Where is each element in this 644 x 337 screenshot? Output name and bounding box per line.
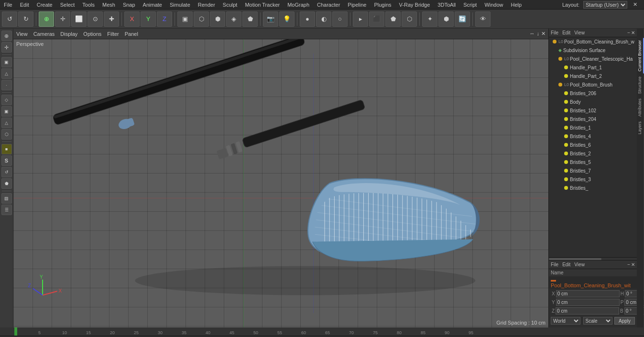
snap-btn3[interactable]: 🔄: [455, 11, 470, 27]
lt-icon3[interactable]: ▨: [1, 193, 12, 204]
tab-structure[interactable]: Structure: [636, 75, 644, 96]
tree-item-0[interactable]: L0 Pool_Bottom_Cleaning_Brush_w: [549, 37, 637, 46]
tree-item-5[interactable]: L0 Pool_Bottom_Brush: [549, 80, 637, 89]
deformer-button[interactable]: ◈: [226, 11, 241, 27]
tab-current-browser[interactable]: Current Browser: [636, 38, 644, 74]
lt-loop[interactable]: △: [1, 118, 12, 128]
scene-close-icon[interactable]: ✕: [631, 30, 635, 35]
vp-menu-cameras[interactable]: Cameras: [33, 31, 55, 37]
coord-z-input[interactable]: [556, 307, 619, 315]
tree-item-7[interactable]: Body: [549, 98, 637, 106]
transform-button[interactable]: ✚: [104, 11, 119, 27]
spline-button[interactable]: ⬡: [194, 11, 209, 27]
lt-poly[interactable]: ▣: [1, 57, 12, 67]
vp-menu-filter[interactable]: Filter: [107, 31, 119, 37]
menu-tools[interactable]: Tools: [78, 2, 98, 8]
environment-button[interactable]: ⬟: [242, 11, 258, 27]
x-axis-button[interactable]: X: [124, 11, 140, 27]
tree-item-12[interactable]: Bristles_6: [549, 141, 637, 149]
material-btn1[interactable]: ●: [300, 11, 315, 27]
lt-edge[interactable]: △: [1, 68, 12, 79]
attr-file[interactable]: File: [551, 262, 558, 267]
tree-item-16[interactable]: Bristles_3: [549, 175, 637, 184]
menu-simulate[interactable]: Simulate: [166, 2, 194, 8]
y-axis-button[interactable]: Y: [141, 11, 156, 27]
tree-item-2[interactable]: L0 Pool_Cleaner_Telescopic_Ha: [549, 54, 637, 63]
attr-view[interactable]: View: [574, 262, 585, 267]
select-tool-button[interactable]: ⊕: [39, 11, 54, 27]
coord-y-input[interactable]: [556, 299, 620, 306]
tree-item-4[interactable]: Handle_Part_2: [549, 72, 637, 80]
render-btn3[interactable]: ⬟: [385, 11, 401, 27]
tree-item-3[interactable]: Handle_Part_1: [549, 63, 637, 72]
scene-manager-file[interactable]: File: [551, 30, 558, 35]
attr-selected-object[interactable]: ▬ Pool_Bottom_Cleaning_Brush_wit: [549, 276, 637, 289]
menu-snap[interactable]: Snap: [119, 2, 139, 8]
scene-minimize-icon[interactable]: −: [627, 30, 630, 35]
lt-paint[interactable]: ◇: [1, 95, 12, 105]
attr-close-icon[interactable]: ✕: [631, 262, 635, 267]
tree-item-6[interactable]: Bristles_206: [549, 89, 637, 98]
menu-sculpt[interactable]: Sculpt: [219, 2, 241, 8]
tab-layers[interactable]: Layers: [636, 120, 644, 136]
tree-item-9[interactable]: Bristles_204: [549, 115, 637, 123]
tree-item-8[interactable]: Bristles_102: [549, 106, 637, 115]
snap-btn1[interactable]: ✦: [422, 11, 437, 27]
snap-btn2[interactable]: ⬢: [438, 11, 454, 27]
vp-menu-panel[interactable]: Panel: [125, 31, 138, 37]
material-btn3[interactable]: ○: [332, 11, 348, 27]
vp-icon-down[interactable]: ↓: [537, 31, 540, 37]
render-btn1[interactable]: ▸: [353, 11, 368, 27]
tree-scrollbar[interactable]: [549, 257, 637, 260]
menu-select[interactable]: Select: [56, 2, 79, 8]
lt-rotate2[interactable]: ↺: [1, 167, 12, 177]
menu-edit[interactable]: Edit: [16, 2, 33, 8]
tab-attributes[interactable]: Attributes: [636, 97, 644, 119]
scene-manager-view[interactable]: View: [574, 30, 585, 35]
lt-s-icon[interactable]: S: [1, 155, 12, 166]
menu-create[interactable]: Create: [33, 2, 56, 8]
lt-bevel[interactable]: ⬡: [1, 129, 12, 140]
vp-menu-display[interactable]: Display: [60, 31, 77, 37]
nurbs-button[interactable]: ⬢: [210, 11, 225, 27]
tree-item-1[interactable]: ◆ Subdivision Surface: [549, 46, 637, 54]
lt-knife[interactable]: ▣: [1, 106, 12, 117]
render-btn4[interactable]: ⬡: [402, 11, 417, 27]
material-btn2[interactable]: ◐: [316, 11, 331, 27]
redo-button[interactable]: ↻: [18, 11, 33, 27]
lt-icon2[interactable]: ⬟: [1, 178, 12, 189]
light-button[interactable]: 💡: [279, 11, 295, 27]
attr-minimize-icon[interactable]: −: [627, 262, 630, 267]
viewport[interactable]: Perspective: [13, 39, 548, 327]
tree-item-10[interactable]: Bristles_1: [549, 123, 637, 132]
scale-dropdown[interactable]: Scale: [583, 317, 613, 325]
tree-item-11[interactable]: Bristles_4: [549, 132, 637, 141]
camera-button[interactable]: 📷: [263, 11, 278, 27]
vp-menu-options[interactable]: Options: [83, 31, 101, 37]
scene-manager-edit[interactable]: Edit: [562, 30, 570, 35]
menu-3dtoall[interactable]: 3DToAll: [434, 2, 459, 8]
menu-mograph[interactable]: MoGraph: [284, 2, 313, 8]
render-btn2[interactable]: ⬛: [369, 11, 384, 27]
menu-script[interactable]: Script: [459, 2, 480, 8]
tree-item-14[interactable]: Bristles_5: [549, 158, 637, 166]
tree-item-13[interactable]: Bristles_2: [549, 149, 637, 158]
layout-close-icon[interactable]: ✕: [629, 1, 641, 8]
menu-vray-bridge[interactable]: V-Ray Bridge: [395, 2, 434, 8]
tree-item-15[interactable]: Bristles_7: [549, 166, 637, 175]
menu-render[interactable]: Render: [194, 2, 219, 8]
lt-icon1[interactable]: ■: [1, 144, 12, 154]
layout-select[interactable]: Startup (User): [583, 1, 627, 9]
menu-help[interactable]: Help: [507, 2, 526, 8]
tree-item-17[interactable]: Bristles_: [549, 184, 637, 192]
cube-button[interactable]: ▣: [177, 11, 193, 27]
rotate-tool-button[interactable]: ⊙: [87, 11, 103, 27]
vp-icon-move[interactable]: ↔: [530, 31, 535, 37]
z-axis-button[interactable]: Z: [157, 11, 172, 27]
lt-select[interactable]: ⊕: [1, 31, 12, 41]
menu-animate[interactable]: Animate: [139, 2, 166, 8]
menu-motiontracker[interactable]: Motion Tracker: [241, 2, 284, 8]
display-btn[interactable]: 👁: [475, 11, 491, 27]
lt-move[interactable]: ✛: [1, 42, 12, 53]
scale-tool-button[interactable]: ⬜: [71, 11, 87, 27]
